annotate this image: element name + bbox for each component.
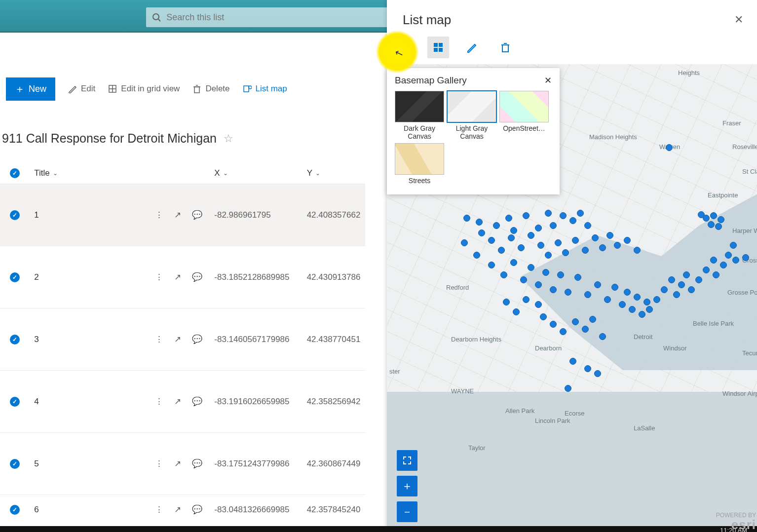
table-row[interactable]: 2⋮↗💬-83.185212868998542.430913786 bbox=[0, 246, 365, 308]
map-data-point[interactable] bbox=[542, 269, 549, 276]
map-data-point[interactable] bbox=[508, 234, 515, 241]
map-data-point[interactable] bbox=[550, 321, 557, 328]
map-data-point[interactable] bbox=[550, 286, 557, 293]
zoom-out-button[interactable]: － bbox=[397, 501, 417, 522]
fullscreen-button[interactable] bbox=[397, 450, 417, 471]
map-data-point[interactable] bbox=[624, 237, 631, 244]
map-data-point[interactable] bbox=[577, 210, 584, 217]
map-data-point[interactable] bbox=[584, 291, 591, 298]
map-data-point[interactable] bbox=[510, 227, 517, 234]
select-all-checkbox[interactable] bbox=[10, 168, 20, 178]
map-data-point[interactable] bbox=[572, 237, 579, 244]
more-icon[interactable]: ⋮ bbox=[155, 272, 163, 282]
map-data-point[interactable] bbox=[624, 289, 631, 296]
map-data-point[interactable] bbox=[611, 284, 618, 291]
map-data-point[interactable] bbox=[523, 212, 530, 219]
comment-icon[interactable]: 💬 bbox=[192, 272, 202, 282]
delete-button[interactable]: Delete bbox=[192, 84, 229, 94]
map-data-point[interactable] bbox=[639, 311, 645, 318]
map-data-point[interactable] bbox=[710, 257, 717, 264]
map-data-point[interactable] bbox=[594, 281, 601, 288]
table-row[interactable]: 1⋮↗💬-82.98696179542.408357662 bbox=[0, 184, 365, 246]
col-x[interactable]: X⌄ bbox=[214, 168, 306, 178]
map-data-point[interactable] bbox=[540, 313, 547, 320]
map-data-point[interactable] bbox=[592, 234, 599, 241]
gallery-close-icon[interactable]: ✕ bbox=[544, 75, 552, 86]
basemap-option[interactable]: Dark Gray Canvas bbox=[395, 91, 444, 140]
row-checkbox[interactable] bbox=[10, 210, 20, 220]
share-icon[interactable]: ↗ bbox=[174, 458, 181, 469]
col-y[interactable]: Y⌄ bbox=[307, 168, 365, 178]
map-data-point[interactable] bbox=[634, 247, 641, 254]
map-data-point[interactable] bbox=[550, 222, 557, 229]
basemap-gallery-button[interactable] bbox=[427, 37, 449, 58]
map-data-point[interactable] bbox=[732, 257, 739, 264]
map-data-point[interactable] bbox=[646, 306, 653, 313]
map-data-point[interactable] bbox=[569, 217, 576, 224]
map-data-point[interactable] bbox=[688, 286, 695, 293]
row-checkbox[interactable] bbox=[10, 397, 20, 407]
map-data-point[interactable] bbox=[545, 252, 552, 259]
map-data-point[interactable] bbox=[461, 239, 468, 246]
map-data-point[interactable] bbox=[503, 299, 510, 305]
map-data-point[interactable] bbox=[520, 276, 527, 283]
more-icon[interactable]: ⋮ bbox=[155, 504, 163, 515]
map-data-point[interactable] bbox=[604, 296, 611, 303]
edit-button[interactable]: Edit bbox=[68, 84, 95, 94]
map-data-point[interactable] bbox=[572, 318, 579, 325]
map-data-point[interactable] bbox=[710, 212, 717, 219]
edit-grid-button[interactable]: Edit in grid view bbox=[108, 84, 180, 94]
zoom-in-button[interactable]: ＋ bbox=[397, 476, 417, 496]
row-checkbox[interactable] bbox=[10, 272, 20, 282]
map-data-point[interactable] bbox=[488, 262, 495, 268]
comment-icon[interactable]: 💬 bbox=[192, 504, 202, 515]
row-checkbox[interactable] bbox=[10, 335, 20, 344]
map-data-point[interactable] bbox=[565, 385, 571, 392]
table-row[interactable]: 6⋮↗💬-83.048132666998542.357845240 bbox=[0, 494, 365, 524]
map-data-point[interactable] bbox=[565, 289, 571, 296]
map-data-point[interactable] bbox=[518, 244, 525, 251]
more-icon[interactable]: ⋮ bbox=[155, 334, 163, 344]
col-title[interactable]: Title⌄ bbox=[29, 168, 214, 178]
map-data-point[interactable] bbox=[661, 286, 668, 293]
more-icon[interactable]: ⋮ bbox=[155, 210, 163, 220]
map-data-point[interactable] bbox=[594, 370, 601, 377]
comment-icon[interactable]: 💬 bbox=[192, 458, 202, 469]
map-data-point[interactable] bbox=[545, 210, 552, 217]
edit-map-button[interactable] bbox=[461, 37, 483, 58]
map-data-point[interactable] bbox=[678, 281, 685, 288]
map-data-point[interactable] bbox=[742, 254, 749, 261]
map-data-point[interactable] bbox=[505, 215, 512, 222]
map-data-point[interactable] bbox=[463, 215, 470, 222]
map-data-point[interactable] bbox=[599, 244, 606, 251]
table-row[interactable]: 3⋮↗💬-83.146056717998642.438770451 bbox=[0, 308, 365, 370]
map-data-point[interactable] bbox=[523, 296, 530, 303]
map-data-point[interactable] bbox=[478, 229, 485, 236]
map-data-point[interactable] bbox=[557, 271, 564, 278]
map-data-point[interactable] bbox=[562, 249, 569, 256]
map-data-point[interactable] bbox=[718, 216, 724, 223]
map-data-point[interactable] bbox=[599, 333, 606, 340]
map-data-point[interactable] bbox=[720, 262, 727, 268]
map-data-point[interactable] bbox=[629, 306, 636, 313]
map-data-point[interactable] bbox=[584, 222, 591, 229]
map-data-point[interactable] bbox=[528, 264, 534, 271]
map-data-point[interactable] bbox=[683, 271, 690, 278]
new-button[interactable]: ＋ New bbox=[6, 77, 55, 101]
map-data-point[interactable] bbox=[560, 212, 567, 219]
table-row[interactable]: 5⋮↗💬-83.175124377998642.360867449 bbox=[0, 432, 365, 494]
map-data-point[interactable] bbox=[493, 222, 500, 229]
map-data-point[interactable] bbox=[668, 276, 675, 283]
map-data-point[interactable] bbox=[535, 301, 542, 308]
share-icon[interactable]: ↗ bbox=[174, 272, 181, 282]
delete-map-button[interactable] bbox=[494, 37, 516, 58]
map-data-point[interactable] bbox=[555, 239, 562, 246]
map-data-point[interactable] bbox=[634, 294, 641, 301]
basemap-option[interactable]: Light Gray Canvas bbox=[447, 91, 496, 140]
map-data-point[interactable] bbox=[695, 276, 702, 283]
table-row[interactable]: 4⋮↗💬-83.191602665998542.358256942 bbox=[0, 370, 365, 432]
map-data-point[interactable] bbox=[510, 259, 517, 266]
map-data-point[interactable] bbox=[574, 274, 581, 281]
comment-icon[interactable]: 💬 bbox=[192, 396, 202, 407]
map-data-point[interactable] bbox=[725, 252, 732, 259]
